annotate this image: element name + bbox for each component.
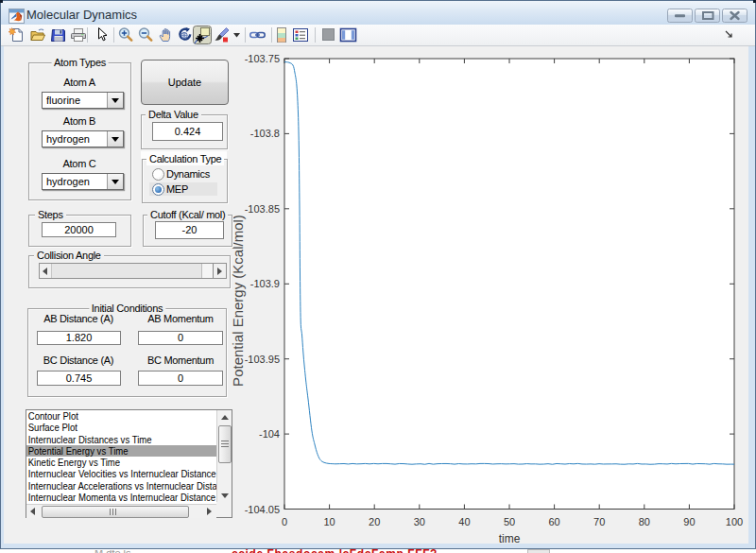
svg-text:-103.85: -103.85 xyxy=(245,203,280,215)
svg-text:-104.05: -104.05 xyxy=(245,504,280,515)
svg-text:0: 0 xyxy=(282,516,287,527)
svg-text:50: 50 xyxy=(504,516,515,527)
svg-text:70: 70 xyxy=(593,516,605,527)
svg-text:30: 30 xyxy=(414,516,425,527)
svg-text:60: 60 xyxy=(548,516,559,527)
svg-text:-103.95: -103.95 xyxy=(245,354,280,365)
svg-text:100: 100 xyxy=(726,516,743,527)
svg-text:-103.75: -103.75 xyxy=(245,53,280,64)
svg-text:-104: -104 xyxy=(259,428,280,440)
svg-text:-103.8: -103.8 xyxy=(250,128,280,139)
svg-text:time: time xyxy=(499,532,521,545)
svg-text:80: 80 xyxy=(639,516,650,527)
svg-text:90: 90 xyxy=(683,516,695,527)
svg-text:10: 10 xyxy=(323,516,335,527)
svg-text:-103.9: -103.9 xyxy=(250,278,280,289)
svg-text:40: 40 xyxy=(458,516,470,527)
svg-text:20: 20 xyxy=(369,516,380,527)
